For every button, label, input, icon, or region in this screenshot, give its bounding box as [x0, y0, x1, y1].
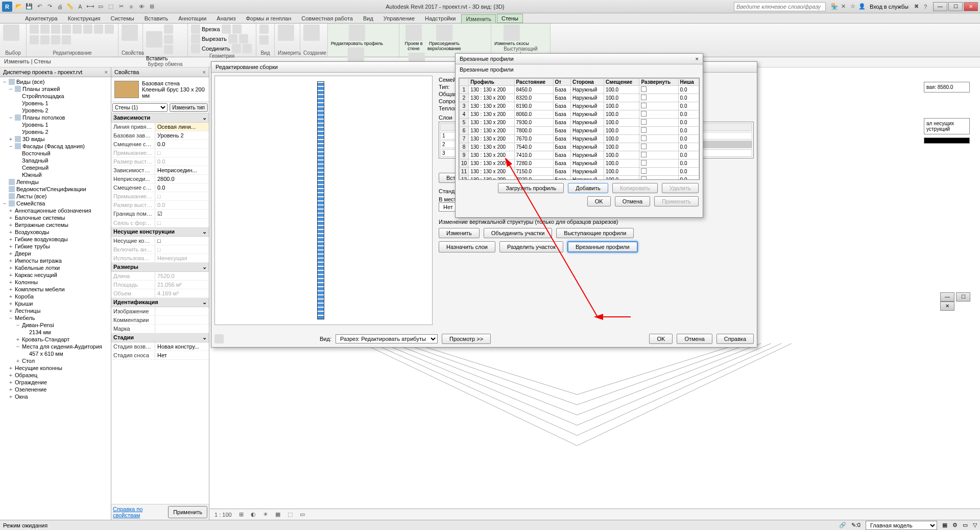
prop-category[interactable]: Размеры⌄	[111, 263, 209, 272]
tree-item[interactable]: Стройплощадка	[1, 93, 110, 100]
prop-row[interactable]: Линия привязкиОсевая лини...	[111, 123, 209, 131]
tree-item[interactable]: +Импосты витража	[1, 257, 110, 264]
prop-row[interactable]: Стадия возведе...Новая констру...	[111, 342, 209, 351]
preview-button[interactable]: Просмотр >>	[442, 334, 491, 344]
assembly-preview[interactable]	[214, 76, 433, 325]
keyshot-icon[interactable]: ✕	[839, 2, 848, 11]
vs-style-icon[interactable]: ◐	[249, 511, 258, 518]
tree-item[interactable]: −Планы этажей	[1, 85, 110, 93]
tree-item[interactable]: 2134 мм	[1, 329, 110, 336]
undo-icon[interactable]: ↶	[35, 2, 44, 11]
help-button[interactable]: Справка	[716, 334, 754, 344]
paste-icon[interactable]	[146, 31, 162, 48]
text-icon[interactable]: A	[76, 2, 85, 11]
instance-select[interactable]: Стены (1)	[112, 103, 168, 112]
sb-icon[interactable]: ⚙	[952, 522, 958, 528]
vs-render-icon[interactable]: ⬚	[285, 511, 295, 518]
tree-item[interactable]: Уровень 1	[1, 121, 110, 128]
ribbon-tab[interactable]: Конструкция	[63, 14, 105, 23]
merge-regions-button[interactable]: Объединить участки	[484, 228, 553, 238]
vs-sun-icon[interactable]: ☀	[261, 511, 270, 518]
prop-row[interactable]: Граница поме...☑	[111, 210, 209, 219]
ribbon-tab[interactable]: Архитектура	[20, 14, 62, 23]
duplicate-profile-button[interactable]: Копировать	[612, 183, 658, 193]
view-icon[interactable]	[259, 35, 269, 44]
match-icon[interactable]	[164, 45, 173, 54]
reveals-row[interactable]: 10130 : 130 x 2007280.0БазаНаружный100.0…	[460, 159, 699, 168]
prop-row[interactable]: Включить ана...□	[111, 245, 209, 254]
section-icon[interactable]: ✂	[116, 2, 126, 11]
subscription-icon[interactable]: 🏪	[830, 2, 839, 11]
prop-row[interactable]: Марка	[111, 325, 209, 333]
app-logo-icon[interactable]: R	[2, 2, 12, 12]
prop-row[interactable]: Примыкание с...□	[111, 149, 209, 157]
cut-icon[interactable]	[164, 25, 173, 34]
tree-item[interactable]: Западный	[1, 157, 110, 164]
prop-row[interactable]: Изображение	[111, 307, 209, 316]
scale-display[interactable]: 1 : 100	[212, 512, 234, 518]
props-help-link[interactable]: Справка по свойствам	[113, 506, 168, 518]
tree-item[interactable]: Уровень 2	[1, 128, 110, 135]
prop-category[interactable]: Идентификация⌄	[111, 298, 209, 307]
tree-item[interactable]: −Виды (все)	[1, 78, 110, 85]
prop-row[interactable]: Примыкание с...□	[111, 192, 209, 201]
tree-item[interactable]: +Гибкие воздуховоды	[1, 236, 110, 243]
tree-item[interactable]: +Двери	[1, 250, 110, 257]
prop-category[interactable]: Зависимости⌄	[111, 113, 209, 123]
help-icon[interactable]: ?	[921, 2, 930, 11]
view3d-icon[interactable]: ⬚	[106, 2, 115, 11]
edit-icon[interactable]	[62, 35, 71, 44]
view-icon[interactable]	[259, 25, 269, 34]
ribbon-tab[interactable]: Изменить	[461, 14, 496, 23]
ribbon-tab[interactable]: Вставить	[140, 14, 173, 23]
ribbon-tab[interactable]: Вид	[358, 14, 378, 23]
ribbon-context-tab[interactable]: Стены	[497, 14, 523, 23]
edit-icon[interactable]	[40, 25, 50, 34]
edit-profile-icon[interactable]	[349, 25, 365, 41]
ribbon-tab[interactable]: Системы	[106, 14, 139, 23]
tree-item[interactable]: −Диван-Pensi	[1, 321, 110, 329]
tree-item[interactable]: +Лестницы	[1, 307, 110, 314]
tree-item[interactable]: +Балочные системы	[1, 214, 110, 221]
copy-icon[interactable]	[164, 35, 173, 44]
load-profile-button[interactable]: Загрузить профиль	[498, 183, 564, 193]
switch-window-icon[interactable]: ⊞	[147, 2, 156, 11]
add-profile-button[interactable]: Добавить	[568, 183, 608, 193]
maximize-button[interactable]: ☐	[948, 2, 963, 11]
close-panel-icon[interactable]: ×	[203, 69, 206, 75]
minimize-button[interactable]: —	[933, 2, 947, 11]
close-hidden-icon[interactable]: 👁	[137, 2, 146, 11]
attach-icon[interactable]	[436, 25, 452, 41]
edit-icon[interactable]	[83, 25, 92, 34]
geo-icon[interactable]	[228, 34, 237, 43]
dimension-icon[interactable]: ⟷	[86, 2, 95, 11]
vs-detail-icon[interactable]: ⊞	[237, 511, 246, 518]
signin-label[interactable]: Вход в службы	[870, 4, 909, 10]
tree-item[interactable]: +Стол	[1, 357, 110, 364]
wall-opening-icon[interactable]	[405, 25, 422, 41]
apply-button[interactable]: Применить	[654, 196, 699, 206]
join-geo-icon[interactable]	[191, 44, 200, 53]
reveals-button[interactable]: Врезанные профили	[567, 241, 638, 252]
prop-row[interactable]: Базовая зависи...Уровень 2	[111, 131, 209, 140]
edit-icon[interactable]	[30, 35, 39, 44]
prop-row[interactable]: Смещение све...0.0	[111, 183, 209, 192]
properties-icon[interactable]	[122, 25, 138, 41]
sweeps-button[interactable]: Выступающие профили	[556, 228, 634, 238]
reveals-row[interactable]: 11130 : 130 x 2007150.0БазаНаружный100.0…	[460, 168, 699, 176]
sb-icon[interactable]: 🔗	[839, 522, 846, 528]
ribbon-tab[interactable]: Анализ	[212, 14, 240, 23]
prop-row[interactable]: Размер выступ...0.0	[111, 201, 209, 210]
measure-tool-icon[interactable]	[278, 25, 294, 41]
split-region-button[interactable]: Разделить участок	[499, 241, 563, 252]
tree-item[interactable]: Легенды	[1, 178, 110, 186]
delete-profile-button[interactable]: Удалить	[662, 183, 699, 193]
type-preview-icon[interactable]	[114, 81, 139, 98]
reveals-row[interactable]: 4130 : 130 x 2008060.0БазаНаружный100.00…	[460, 110, 699, 119]
tree-item[interactable]: −Планы потолков	[1, 114, 110, 121]
geo-icon[interactable]	[243, 44, 252, 53]
properties-grid[interactable]: Зависимости⌄Линия привязкиОсевая лини...…	[111, 113, 209, 504]
ribbon-tab[interactable]: Аннотации	[174, 14, 211, 23]
ribbon-tab[interactable]: Совместная работа	[297, 14, 357, 23]
tree-item[interactable]: +Несущие колонны	[1, 364, 110, 372]
